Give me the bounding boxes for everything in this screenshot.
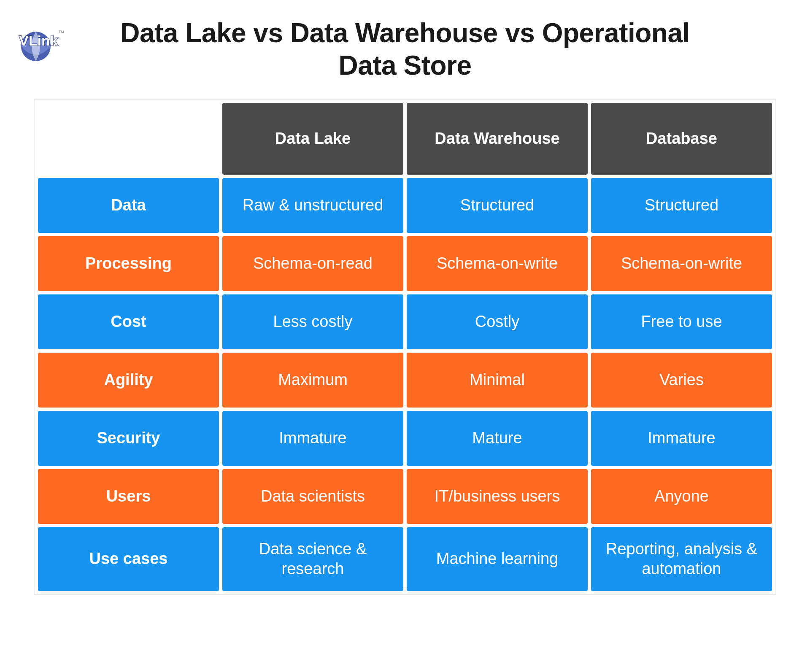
cell-data-warehouse: Mature (407, 411, 588, 466)
row-label-data: Data (38, 178, 219, 233)
table-row: Users Data scientists IT/business users … (38, 469, 772, 524)
cell-database: Free to use (591, 294, 772, 349)
header-data-lake: Data Lake (222, 103, 403, 175)
cell-data-warehouse: Costly (407, 294, 588, 349)
comparison-table: Data Lake Data Warehouse Database Data R… (34, 99, 776, 595)
cell-data-lake: Maximum (222, 353, 403, 408)
header-database: Database (591, 103, 772, 175)
row-label-users: Users (38, 469, 219, 524)
cell-data-warehouse: Minimal (407, 353, 588, 408)
table-row: Processing Schema-on-read Schema-on-writ… (38, 236, 772, 291)
cell-database: Schema-on-write (591, 236, 772, 291)
row-label-cost: Cost (38, 294, 219, 349)
table-row: Use cases Data science & research Machin… (38, 527, 772, 591)
row-label-security: Security (38, 411, 219, 466)
vlink-logo: VLink ™ (13, 25, 68, 63)
cell-data-warehouse: Schema-on-write (407, 236, 588, 291)
cell-data-lake: Raw & unstructured (222, 178, 403, 233)
cell-data-lake: Schema-on-read (222, 236, 403, 291)
cell-data-lake: Data scientists (222, 469, 403, 524)
row-label-use-cases: Use cases (38, 527, 219, 591)
cell-data-warehouse: IT/business users (407, 469, 588, 524)
cell-data-lake: Immature (222, 411, 403, 466)
cell-database: Varies (591, 353, 772, 408)
cell-data-warehouse: Structured (407, 178, 588, 233)
page: VLink ™ Data Lake vs Data Warehouse vs O… (0, 17, 810, 672)
page-title: Data Lake vs Data Warehouse vs Operation… (110, 17, 700, 82)
cell-database: Anyone (591, 469, 772, 524)
table-row: Cost Less costly Costly Free to use (38, 294, 772, 349)
cell-data-lake: Less costly (222, 294, 403, 349)
cell-data-lake: Data science & research (222, 527, 403, 591)
header-data-warehouse: Data Warehouse (407, 103, 588, 175)
row-label-agility: Agility (38, 353, 219, 408)
logo-text: VLink (19, 32, 58, 49)
table-row: Security Immature Mature Immature (38, 411, 772, 466)
table-header-row: Data Lake Data Warehouse Database (38, 103, 772, 175)
table-row: Agility Maximum Minimal Varies (38, 353, 772, 408)
header-blank (38, 103, 219, 175)
cell-data-warehouse: Machine learning (407, 527, 588, 591)
cell-database: Structured (591, 178, 772, 233)
table-row: Data Raw & unstructured Structured Struc… (38, 178, 772, 233)
trademark-icon: ™ (58, 29, 64, 36)
row-label-processing: Processing (38, 236, 219, 291)
cell-database: Immature (591, 411, 772, 466)
cell-database: Reporting, analysis & automation (591, 527, 772, 591)
